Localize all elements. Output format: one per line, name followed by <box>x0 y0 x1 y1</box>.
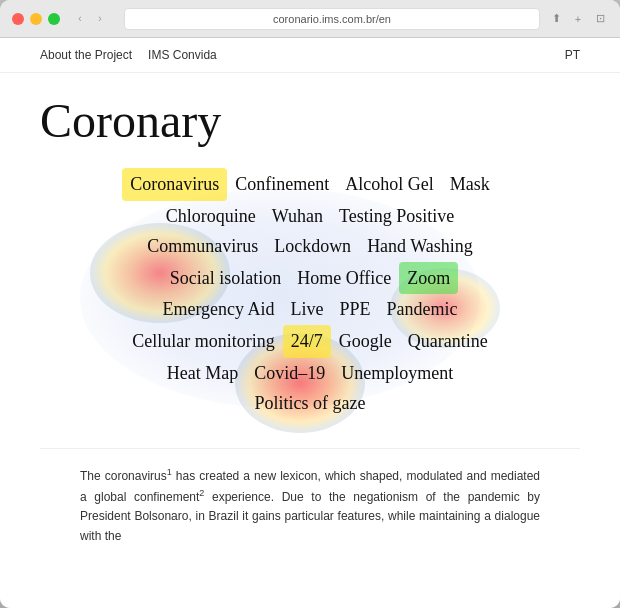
back-button[interactable]: ‹ <box>72 11 88 27</box>
title-bar: ‹ › coronario.ims.com.br/en ⬆ + ⊡ <box>0 0 620 38</box>
word-row-4: Social isolation Home Office Zoom <box>40 262 580 295</box>
word-politics-of-gaze[interactable]: Politics of gaze <box>247 388 374 419</box>
word-lockdown[interactable]: Lockdown <box>266 231 359 262</box>
word-unemployment[interactable]: Unemployment <box>333 358 461 389</box>
word-live[interactable]: Live <box>283 294 332 325</box>
word-home-office[interactable]: Home Office <box>289 263 399 294</box>
word-mask[interactable]: Mask <box>442 169 498 200</box>
add-tab-icon[interactable]: + <box>570 11 586 27</box>
maximize-button[interactable] <box>48 13 60 25</box>
share-icon[interactable]: ⬆ <box>548 11 564 27</box>
word-row-7: Heat Map Covid–19 Unemployment <box>40 358 580 389</box>
word-covid19[interactable]: Covid–19 <box>246 358 333 389</box>
word-row-5: Emergency Aid Live PPE Pandemic <box>40 294 580 325</box>
bottom-text: The coronavirus1 has created a new lexic… <box>40 448 580 562</box>
nav-links: About the Project IMS Convida <box>40 48 217 62</box>
word-emergency-aid[interactable]: Emergency Aid <box>154 294 282 325</box>
word-chloroquine[interactable]: Chloroquine <box>158 201 264 232</box>
word-cloud: Coronavirus Confinement Alcohol Gel Mask… <box>40 168 580 419</box>
page-content: About the Project IMS Convida PT Coronar… <box>0 38 620 608</box>
word-coronavirus[interactable]: Coronavirus <box>122 168 227 201</box>
word-row-2: Chloroquine Wuhan Testing Positive <box>40 201 580 232</box>
word-pandemic[interactable]: Pandemic <box>379 294 466 325</box>
word-heat-map[interactable]: Heat Map <box>159 358 246 389</box>
toolbar-right: ⬆ + ⊡ <box>548 11 608 27</box>
word-row-6: Cellular monitoring 24/7 Google Quaranti… <box>40 325 580 358</box>
traffic-lights <box>12 13 60 25</box>
navigation-bar: About the Project IMS Convida PT <box>0 38 620 73</box>
close-button[interactable] <box>12 13 24 25</box>
browser-window: ‹ › coronario.ims.com.br/en ⬆ + ⊡ About … <box>0 0 620 608</box>
nav-buttons: ‹ › <box>72 11 108 27</box>
word-row-1: Coronavirus Confinement Alcohol Gel Mask <box>40 168 580 201</box>
forward-button[interactable]: › <box>92 11 108 27</box>
word-row-3: Communavirus Lockdown Hand Washing <box>40 231 580 262</box>
word-communavirus[interactable]: Communavirus <box>139 231 266 262</box>
about-link[interactable]: About the Project <box>40 48 132 62</box>
word-cellular-monitoring[interactable]: Cellular monitoring <box>124 326 282 357</box>
bottom-text-content: The coronavirus1 has created a new lexic… <box>80 469 540 543</box>
word-wuhan[interactable]: Wuhan <box>264 201 331 232</box>
minimize-button[interactable] <box>30 13 42 25</box>
word-alcohol-gel[interactable]: Alcohol Gel <box>337 169 441 200</box>
word-confinement[interactable]: Confinement <box>227 169 337 200</box>
word-ppe[interactable]: PPE <box>332 294 379 325</box>
word-google[interactable]: Google <box>331 326 400 357</box>
page-title: Coronary <box>40 93 580 148</box>
address-text: coronario.ims.com.br/en <box>273 13 391 25</box>
main-content: Coronary Coronavirus Confinement Alcohol… <box>0 73 620 608</box>
ims-link[interactable]: IMS Convida <box>148 48 217 62</box>
word-social-isolation[interactable]: Social isolation <box>162 263 290 294</box>
word-row-8: Politics of gaze <box>40 388 580 419</box>
word-hand-washing[interactable]: Hand Washing <box>359 231 481 262</box>
sidebar-icon[interactable]: ⊡ <box>592 11 608 27</box>
word-cloud-container: Coronavirus Confinement Alcohol Gel Mask… <box>40 168 580 448</box>
word-quarantine[interactable]: Quarantine <box>400 326 496 357</box>
word-zoom[interactable]: Zoom <box>399 262 458 295</box>
word-247[interactable]: 24/7 <box>283 325 331 358</box>
word-testing-positive[interactable]: Testing Positive <box>331 201 462 232</box>
address-bar[interactable]: coronario.ims.com.br/en <box>124 8 540 30</box>
language-switcher[interactable]: PT <box>565 48 580 62</box>
